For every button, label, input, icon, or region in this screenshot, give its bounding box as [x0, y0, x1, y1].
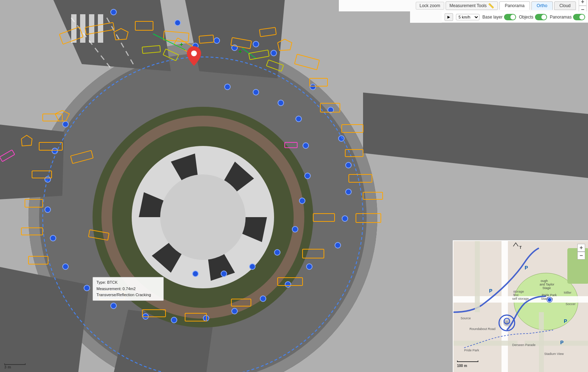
blue-dot [62, 121, 69, 127]
mini-map-svg: P P P P storage first self storage Pride… [453, 241, 588, 372]
blue-dot [260, 295, 266, 302]
main-toolbar: Lock zoom Measurement Tools 📏 Panorama O… [0, 0, 588, 11]
base-layer-label: Base layer [482, 15, 503, 20]
objects-toggle-group: Objects [519, 14, 547, 20]
svg-text:storage: storage [513, 290, 524, 293]
svg-text:Source: Source [461, 316, 471, 320]
svg-text:first: first [513, 293, 519, 297]
measurement-tools-label: Measurement Tools [450, 3, 487, 8]
mini-map-scale: 100 m [457, 361, 478, 368]
svg-text:ough: ough [541, 279, 548, 283]
blue-dot [285, 281, 291, 288]
zoom-in-button[interactable]: + [579, 0, 587, 6]
blue-dot [327, 107, 334, 113]
secondary-toolbar: ▶ 5 km/h 1 km/h 2 km/h 10 km/h Base laye… [442, 11, 588, 23]
defect-tooltip: Type: BTCK Measurement: 0.74m2 Transvers… [93, 277, 164, 301]
blue-dot [231, 44, 238, 51]
svg-point-77 [547, 298, 552, 302]
play-icon: ▶ [447, 15, 450, 19]
svg-text:and Taylor: and Taylor [540, 283, 554, 286]
blue-dot [62, 263, 69, 270]
tooltip-description: Transverse/Reflection Cracking [96, 292, 160, 298]
ortho-tab[interactable]: Ortho [531, 1, 553, 10]
blue-dot [174, 20, 181, 26]
blue-dot [295, 116, 302, 122]
map-container[interactable]: + + Lock zoom [0, 0, 588, 372]
blue-dot [335, 242, 341, 248]
svg-text:P: P [564, 318, 567, 324]
svg-text:Stadium View: Stadium View [544, 352, 564, 356]
lock-zoom-button[interactable]: Lock zoom [416, 2, 444, 10]
svg-text:Soccer: Soccer [566, 302, 576, 306]
svg-rect-51 [453, 341, 518, 346]
svg-text:Roundabout Road: Roundabout Road [469, 327, 495, 331]
panoramas-toggle-group: Panoramas [550, 14, 585, 20]
scale-label: 3 m [4, 365, 11, 369]
blue-dot [278, 100, 284, 106]
blue-dot [253, 89, 259, 95]
mini-map-zoom-controls: + − [577, 244, 585, 260]
play-button[interactable]: ▶ [445, 13, 453, 21]
svg-text:P: P [560, 340, 563, 345]
svg-text:Pride Park: Pride Park [542, 293, 557, 297]
blue-dot [345, 162, 352, 168]
blue-dot [44, 176, 51, 183]
blue-dot [44, 206, 51, 213]
svg-rect-47 [502, 241, 508, 372]
blue-dot [192, 43, 199, 49]
objects-label: Objects [519, 15, 534, 20]
blue-dot [50, 235, 56, 241]
scale-bar: 3 m [4, 363, 26, 369]
blue-dot [299, 198, 305, 204]
blue-dot [171, 317, 177, 323]
blue-dot [310, 84, 316, 90]
blue-dot [203, 315, 209, 321]
svg-text:Derseen Parade: Derseen Parade [512, 343, 536, 347]
svg-text:P: P [525, 265, 528, 271]
svg-text:self storage: self storage [512, 297, 529, 300]
blue-dot [345, 189, 352, 195]
svg-rect-54 [539, 312, 544, 372]
objects-toggle[interactable] [535, 14, 547, 20]
svg-text:T: T [519, 245, 522, 250]
svg-rect-53 [475, 241, 480, 312]
blue-dot [342, 215, 348, 222]
svg-text:Stage: Stage [542, 286, 551, 290]
blue-dot [292, 226, 298, 232]
mini-map[interactable]: P P P P storage first self storage Pride… [453, 240, 588, 372]
panoramas-toggle[interactable] [573, 14, 585, 20]
blue-dot [84, 285, 90, 291]
blue-dot [110, 303, 117, 309]
blue-dot [142, 313, 149, 320]
tooltip-type: Type: BTCK [96, 279, 160, 286]
svg-text:Pride Park: Pride Park [464, 349, 479, 352]
blue-dot [338, 135, 345, 142]
mini-map-background: P P P P storage first self storage Pride… [453, 241, 588, 372]
blue-dot [192, 271, 199, 277]
measurement-tools-button[interactable]: Measurement Tools 📏 [446, 1, 498, 10]
blue-dot [271, 50, 277, 56]
mini-scale-label: 100 m [457, 364, 467, 368]
panoramas-label: Panoramas [550, 15, 572, 20]
speed-selector[interactable]: 5 km/h 1 km/h 2 km/h 10 km/h [456, 14, 479, 20]
blue-dot [274, 249, 280, 256]
blue-dot [231, 308, 238, 314]
panorama-tab[interactable]: Panorama [499, 1, 530, 10]
blue-dot [306, 263, 313, 270]
ruler-icon: 📏 [488, 3, 494, 9]
blue-dot [249, 263, 256, 270]
blue-dot [52, 148, 58, 154]
blue-dot [221, 271, 227, 277]
base-layer-toggle[interactable] [504, 14, 516, 20]
base-layer-toggle-group: Base layer [482, 14, 516, 20]
blue-dot [303, 142, 309, 149]
mini-zoom-out-button[interactable]: − [577, 252, 585, 260]
blue-dot [224, 84, 231, 90]
svg-text:P: P [489, 288, 492, 294]
mini-zoom-in-button[interactable]: + [577, 244, 585, 252]
blue-dot [304, 173, 311, 179]
cloud-tab[interactable]: Cloud [554, 1, 576, 10]
tooltip-measurement: Measurement: 0.74m2 [96, 286, 160, 292]
blue-dot [253, 41, 259, 47]
blue-dot [214, 37, 220, 44]
